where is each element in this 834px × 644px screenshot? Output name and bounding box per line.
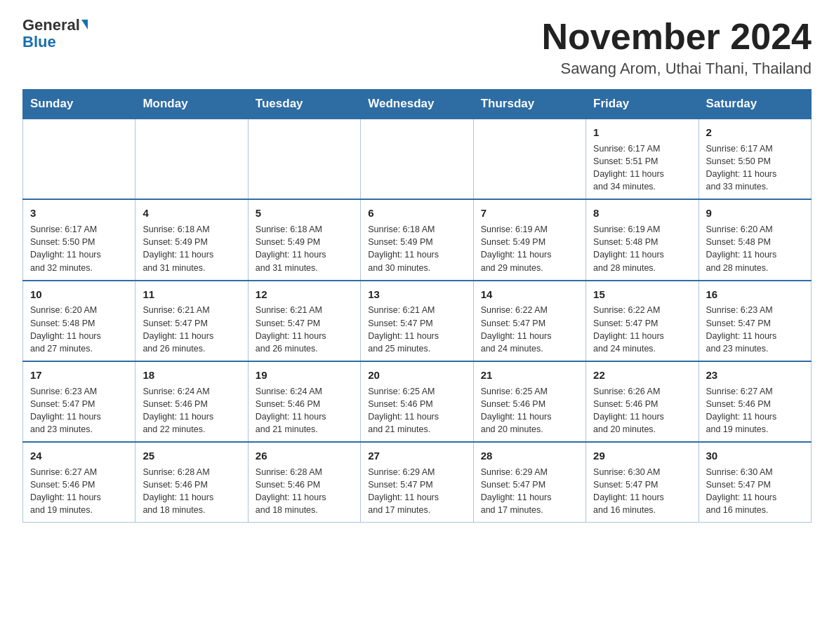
- day-info: Sunrise: 6:17 AM Sunset: 5:51 PM Dayligh…: [593, 142, 691, 194]
- day-number: 23: [706, 368, 804, 383]
- month-title: November 2024: [542, 17, 812, 57]
- calendar-cell: 3Sunrise: 6:17 AM Sunset: 5:50 PM Daylig…: [23, 199, 135, 280]
- calendar-cell: 16Sunrise: 6:23 AM Sunset: 5:47 PM Dayli…: [699, 281, 811, 361]
- calendar-day-header: Wednesday: [361, 90, 473, 119]
- day-number: 13: [368, 287, 465, 302]
- day-info: Sunrise: 6:28 AM Sunset: 5:46 PM Dayligh…: [143, 466, 240, 517]
- calendar-cell: 1Sunrise: 6:17 AM Sunset: 5:51 PM Daylig…: [586, 119, 699, 199]
- calendar-cell: 12Sunrise: 6:21 AM Sunset: 5:47 PM Dayli…: [248, 281, 360, 361]
- week-row: 3Sunrise: 6:17 AM Sunset: 5:50 PM Daylig…: [23, 199, 812, 280]
- day-number: 18: [143, 368, 240, 383]
- calendar-cell: 29Sunrise: 6:30 AM Sunset: 5:47 PM Dayli…: [586, 442, 699, 523]
- day-number: 24: [30, 448, 128, 464]
- day-number: 10: [30, 287, 128, 302]
- day-number: 17: [30, 368, 128, 383]
- day-info: Sunrise: 6:23 AM Sunset: 5:47 PM Dayligh…: [706, 304, 804, 355]
- day-info: Sunrise: 6:22 AM Sunset: 5:47 PM Dayligh…: [593, 304, 691, 355]
- day-number: 11: [143, 287, 240, 302]
- day-number: 14: [481, 287, 578, 302]
- calendar-cell: [135, 119, 248, 199]
- day-info: Sunrise: 6:21 AM Sunset: 5:47 PM Dayligh…: [143, 304, 240, 355]
- week-row: 10Sunrise: 6:20 AM Sunset: 5:48 PM Dayli…: [23, 281, 812, 361]
- calendar-header-row: SundayMondayTuesdayWednesdayThursdayFrid…: [23, 90, 812, 119]
- day-number: 27: [368, 448, 465, 464]
- calendar-cell: 21Sunrise: 6:25 AM Sunset: 5:46 PM Dayli…: [473, 361, 585, 442]
- day-number: 5: [256, 206, 353, 221]
- day-number: 20: [368, 368, 465, 383]
- calendar-cell: 18Sunrise: 6:24 AM Sunset: 5:46 PM Dayli…: [135, 361, 248, 442]
- day-number: 22: [593, 368, 691, 383]
- day-info: Sunrise: 6:18 AM Sunset: 5:49 PM Dayligh…: [256, 223, 353, 274]
- day-info: Sunrise: 6:29 AM Sunset: 5:47 PM Dayligh…: [481, 466, 578, 517]
- calendar-cell: 28Sunrise: 6:29 AM Sunset: 5:47 PM Dayli…: [473, 442, 585, 523]
- day-number: 1: [593, 125, 691, 140]
- calendar-cell: 11Sunrise: 6:21 AM Sunset: 5:47 PM Dayli…: [135, 281, 248, 361]
- day-info: Sunrise: 6:26 AM Sunset: 5:46 PM Dayligh…: [593, 385, 691, 436]
- day-info: Sunrise: 6:24 AM Sunset: 5:46 PM Dayligh…: [256, 385, 353, 436]
- day-number: 19: [256, 368, 353, 383]
- day-info: Sunrise: 6:30 AM Sunset: 5:47 PM Dayligh…: [706, 466, 804, 517]
- day-info: Sunrise: 6:29 AM Sunset: 5:47 PM Dayligh…: [368, 466, 465, 517]
- calendar-cell: 23Sunrise: 6:27 AM Sunset: 5:46 PM Dayli…: [699, 361, 811, 442]
- calendar-cell: 26Sunrise: 6:28 AM Sunset: 5:46 PM Dayli…: [248, 442, 360, 523]
- day-info: Sunrise: 6:23 AM Sunset: 5:47 PM Dayligh…: [30, 385, 128, 436]
- day-info: Sunrise: 6:17 AM Sunset: 5:50 PM Dayligh…: [706, 142, 804, 194]
- calendar-cell: 15Sunrise: 6:22 AM Sunset: 5:47 PM Dayli…: [586, 281, 699, 361]
- calendar-cell: 27Sunrise: 6:29 AM Sunset: 5:47 PM Dayli…: [361, 442, 473, 523]
- calendar-cell: [23, 119, 135, 199]
- calendar-cell: 19Sunrise: 6:24 AM Sunset: 5:46 PM Dayli…: [248, 361, 360, 442]
- location-title: Sawang Arom, Uthai Thani, Thailand: [542, 60, 812, 78]
- day-number: 6: [368, 206, 465, 221]
- calendar-cell: 2Sunrise: 6:17 AM Sunset: 5:50 PM Daylig…: [699, 119, 811, 199]
- day-number: 9: [706, 206, 804, 221]
- day-number: 26: [256, 448, 353, 464]
- logo-general-text: General: [22, 17, 80, 34]
- calendar-day-header: Tuesday: [248, 90, 360, 119]
- day-number: 25: [143, 448, 240, 464]
- day-number: 16: [706, 287, 804, 302]
- calendar-cell: 30Sunrise: 6:30 AM Sunset: 5:47 PM Dayli…: [699, 442, 811, 523]
- week-row: 17Sunrise: 6:23 AM Sunset: 5:47 PM Dayli…: [23, 361, 812, 442]
- day-number: 4: [143, 206, 240, 221]
- day-info: Sunrise: 6:20 AM Sunset: 5:48 PM Dayligh…: [706, 223, 804, 274]
- day-info: Sunrise: 6:18 AM Sunset: 5:49 PM Dayligh…: [143, 223, 240, 274]
- calendar-cell: 24Sunrise: 6:27 AM Sunset: 5:46 PM Dayli…: [23, 442, 135, 523]
- day-number: 28: [481, 448, 578, 464]
- day-number: 15: [593, 287, 691, 302]
- day-info: Sunrise: 6:19 AM Sunset: 5:48 PM Dayligh…: [593, 223, 691, 274]
- day-info: Sunrise: 6:27 AM Sunset: 5:46 PM Dayligh…: [30, 466, 128, 517]
- title-block: November 2024 Sawang Arom, Uthai Thani, …: [542, 17, 812, 78]
- page-header: General Blue November 2024 Sawang Arom, …: [22, 17, 812, 78]
- day-info: Sunrise: 6:21 AM Sunset: 5:47 PM Dayligh…: [256, 304, 353, 355]
- day-number: 30: [706, 448, 804, 464]
- day-number: 21: [481, 368, 578, 383]
- logo-blue-text: Blue: [22, 34, 56, 51]
- day-info: Sunrise: 6:22 AM Sunset: 5:47 PM Dayligh…: [481, 304, 578, 355]
- calendar-cell: [361, 119, 473, 199]
- calendar-day-header: Thursday: [473, 90, 585, 119]
- calendar-day-header: Sunday: [23, 90, 135, 119]
- calendar-cell: 25Sunrise: 6:28 AM Sunset: 5:46 PM Dayli…: [135, 442, 248, 523]
- day-number: 12: [256, 287, 353, 302]
- calendar-cell: 22Sunrise: 6:26 AM Sunset: 5:46 PM Dayli…: [586, 361, 699, 442]
- week-row: 1Sunrise: 6:17 AM Sunset: 5:51 PM Daylig…: [23, 119, 812, 199]
- day-number: 29: [593, 448, 691, 464]
- calendar-cell: 9Sunrise: 6:20 AM Sunset: 5:48 PM Daylig…: [699, 199, 811, 280]
- calendar-cell: 20Sunrise: 6:25 AM Sunset: 5:46 PM Dayli…: [361, 361, 473, 442]
- calendar-cell: 17Sunrise: 6:23 AM Sunset: 5:47 PM Dayli…: [23, 361, 135, 442]
- calendar-cell: 8Sunrise: 6:19 AM Sunset: 5:48 PM Daylig…: [586, 199, 699, 280]
- day-info: Sunrise: 6:21 AM Sunset: 5:47 PM Dayligh…: [368, 304, 465, 355]
- calendar-cell: 4Sunrise: 6:18 AM Sunset: 5:49 PM Daylig…: [135, 199, 248, 280]
- calendar-day-header: Saturday: [699, 90, 811, 119]
- calendar-cell: 10Sunrise: 6:20 AM Sunset: 5:48 PM Dayli…: [23, 281, 135, 361]
- day-number: 3: [30, 206, 128, 221]
- day-number: 8: [593, 206, 691, 221]
- day-info: Sunrise: 6:17 AM Sunset: 5:50 PM Dayligh…: [30, 223, 128, 274]
- day-info: Sunrise: 6:24 AM Sunset: 5:46 PM Dayligh…: [143, 385, 240, 436]
- calendar-cell: [248, 119, 360, 199]
- calendar-cell: 6Sunrise: 6:18 AM Sunset: 5:49 PM Daylig…: [361, 199, 473, 280]
- day-info: Sunrise: 6:30 AM Sunset: 5:47 PM Dayligh…: [593, 466, 691, 517]
- calendar-cell: 7Sunrise: 6:19 AM Sunset: 5:49 PM Daylig…: [473, 199, 585, 280]
- calendar-cell: [473, 119, 585, 199]
- day-info: Sunrise: 6:25 AM Sunset: 5:46 PM Dayligh…: [368, 385, 465, 436]
